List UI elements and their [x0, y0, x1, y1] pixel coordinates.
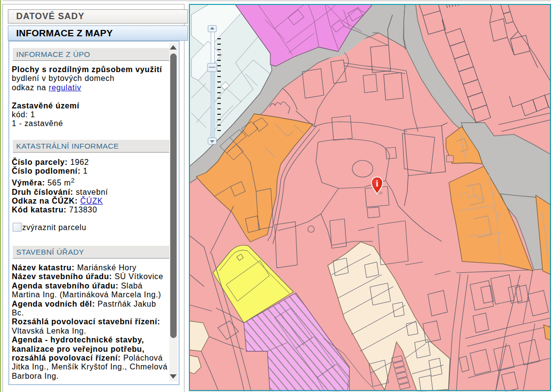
svg-text:i: i	[376, 179, 378, 188]
